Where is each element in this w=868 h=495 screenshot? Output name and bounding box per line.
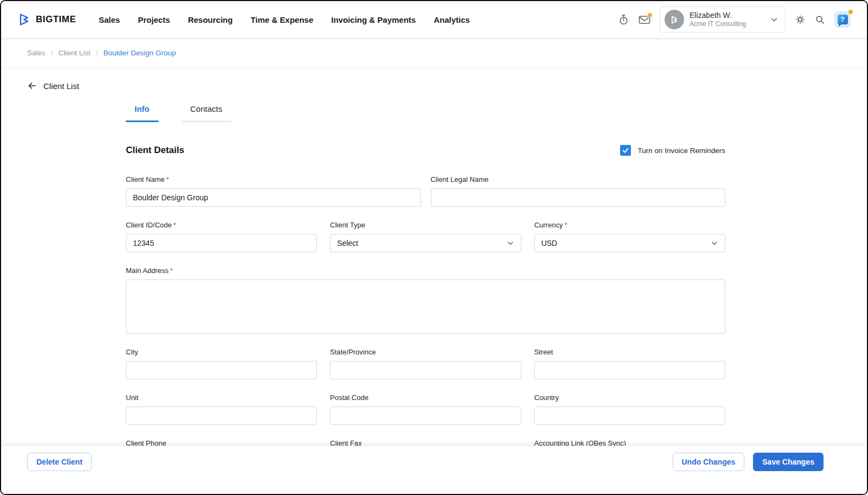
currency-value: USD [541, 239, 558, 248]
field-client-legal-name: Client Legal Name [431, 175, 726, 207]
help-icon[interactable]: ? [834, 11, 851, 28]
required-mark: * [174, 221, 176, 229]
invoice-reminders-checkbox[interactable] [620, 145, 631, 156]
main-address-label: Main Address* [126, 266, 725, 275]
field-client-name: Client Name* [126, 175, 421, 207]
client-legal-name-label: Client Legal Name [431, 175, 726, 184]
main-content: Client List Info Contacts Client Details… [1, 68, 867, 495]
field-state-province: State/Province [330, 348, 521, 379]
field-postal-code: Postal Code [330, 394, 521, 425]
bigtime-logo-icon [17, 12, 31, 27]
breadcrumb: Sales / Client List / Boulder Design Gro… [27, 49, 176, 57]
nav-analytics[interactable]: Analytics [433, 15, 470, 24]
user-name: Elizabeth W. [690, 11, 764, 21]
app-window: BIGTIME Sales Projects Resourcing Time &… [0, 0, 868, 495]
help-notification-dot [848, 9, 853, 15]
action-footer: Delete Client Undo Changes Save Changes [1, 446, 867, 494]
timer-icon[interactable] [618, 14, 629, 26]
client-id-code-label: Client ID/Code* [126, 221, 317, 230]
main-address-textarea[interactable] [126, 280, 725, 334]
main-nav: Sales Projects Resourcing Time & Expense… [99, 15, 470, 24]
country-label: Country [534, 394, 725, 402]
nav-projects[interactable]: Projects [138, 15, 170, 24]
page-title: Client Details [126, 145, 184, 156]
city-label: City [126, 348, 317, 357]
required-mark: * [167, 175, 169, 183]
unit-input[interactable] [126, 407, 317, 425]
back-to-client-list-link[interactable]: Client List [27, 81, 79, 91]
bigtime-logo[interactable]: BIGTIME [17, 12, 99, 27]
required-mark: * [564, 221, 567, 229]
chevron-down-icon [507, 239, 514, 247]
street-label: Street [534, 348, 725, 357]
client-name-label: Client Name* [126, 175, 421, 184]
field-client-id-code: Client ID/Code* [126, 221, 317, 252]
delete-client-button[interactable]: Delete Client [27, 453, 92, 471]
field-main-address: Main Address* [126, 266, 725, 334]
top-navbar: BIGTIME Sales Projects Resourcing Time &… [1, 1, 867, 38]
required-mark: * [170, 266, 173, 275]
section-header: Client Details Turn on Invoice Reminders [126, 145, 725, 156]
city-input[interactable] [126, 361, 317, 379]
user-avatar [665, 10, 684, 29]
breadcrumb-client-list[interactable]: Client List [59, 49, 91, 57]
unit-label: Unit [126, 394, 317, 402]
search-icon[interactable] [815, 15, 825, 25]
breadcrumb-current-client[interactable]: Boulder Design Group [104, 49, 176, 57]
field-city: City [126, 348, 317, 379]
help-bubble-icon: ? [838, 15, 848, 24]
invoice-reminders-label: Turn on Invoice Reminders [637, 147, 725, 155]
nav-time-expense[interactable]: Time & Expense [251, 15, 314, 24]
user-organization: Acme IT Consulting [690, 20, 764, 28]
nav-sales[interactable]: Sales [99, 15, 120, 24]
client-id-code-input[interactable] [126, 234, 317, 252]
invoice-reminders-toggle: Turn on Invoice Reminders [620, 145, 725, 156]
postal-code-label: Postal Code [330, 394, 521, 402]
client-tabs: Info Contacts [126, 104, 867, 122]
undo-changes-button[interactable]: Undo Changes [673, 453, 745, 471]
breadcrumb-separator: / [51, 49, 53, 57]
breadcrumb-sales[interactable]: Sales [27, 49, 46, 57]
save-changes-button[interactable]: Save Changes [753, 453, 824, 471]
postal-code-input[interactable] [330, 407, 521, 425]
brand-name: BIGTIME [36, 14, 76, 25]
currency-select[interactable]: USD [534, 234, 725, 252]
field-currency: Currency* USD [534, 221, 725, 252]
field-client-type: Client Type Select [330, 221, 521, 252]
state-province-input[interactable] [330, 361, 521, 379]
back-link-label: Client List [43, 81, 79, 91]
client-type-label: Client Type [330, 221, 521, 230]
breadcrumb-bar: Sales / Client List / Boulder Design Gro… [1, 38, 867, 68]
messages-notification-dot [647, 12, 653, 18]
field-street: Street [534, 348, 725, 379]
chevron-down-icon [770, 15, 778, 24]
tab-contacts[interactable]: Contacts [182, 104, 231, 122]
user-meta: Elizabeth W. Acme IT Consulting [690, 11, 764, 29]
street-input[interactable] [534, 361, 725, 379]
messages-icon[interactable] [639, 15, 650, 25]
currency-label: Currency* [534, 221, 725, 230]
back-arrow-icon [27, 81, 37, 91]
client-details-form: Client Name* Client Legal Name Client ID… [126, 175, 725, 471]
nav-invoicing-payments[interactable]: Invoicing & Payments [331, 15, 416, 24]
breadcrumb-separator: / [96, 49, 98, 57]
header-actions: Elizabeth W. Acme IT Consulting [618, 7, 851, 33]
country-input[interactable] [534, 407, 725, 425]
user-account-menu[interactable]: Elizabeth W. Acme IT Consulting [660, 7, 786, 33]
check-icon [621, 146, 630, 155]
state-province-label: State/Province [330, 348, 521, 357]
client-type-select[interactable]: Select [330, 234, 521, 252]
tab-info[interactable]: Info [126, 104, 158, 122]
client-type-value: Select [337, 239, 358, 248]
field-country: Country [534, 394, 725, 425]
field-unit: Unit [126, 394, 317, 425]
nav-resourcing[interactable]: Resourcing [188, 15, 233, 24]
chevron-down-icon [711, 239, 718, 247]
client-legal-name-input[interactable] [431, 188, 726, 207]
client-name-input[interactable] [126, 188, 421, 207]
settings-gear-icon[interactable] [795, 14, 806, 25]
footer-right-actions: Undo Changes Save Changes [673, 453, 824, 471]
